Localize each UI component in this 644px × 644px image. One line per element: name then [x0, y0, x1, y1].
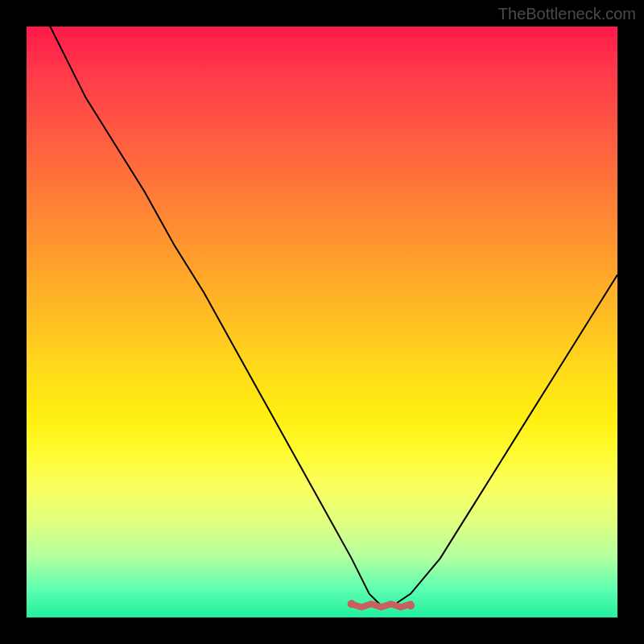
chart-plot-area: [27, 27, 617, 617]
bottleneck-curve-line: [50, 27, 617, 605]
curve-svg: [27, 27, 617, 617]
highlight-endpoint-right: [407, 601, 415, 609]
highlight-endpoint-left: [348, 600, 356, 608]
watermark-text: TheBottleneck.com: [498, 5, 636, 23]
optimal-zone-highlight: [352, 604, 411, 607]
